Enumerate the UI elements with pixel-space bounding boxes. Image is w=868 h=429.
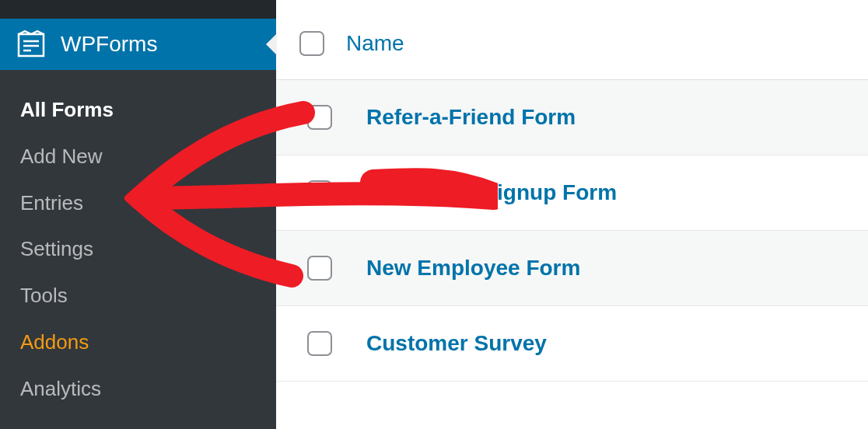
sidebar-item-label: All Forms xyxy=(20,98,114,121)
sidebar-item-label: Add New xyxy=(20,145,103,168)
sidebar-item-label: Analytics xyxy=(20,377,101,400)
sidebar-main-wpforms[interactable]: WPForms xyxy=(0,19,276,70)
sidebar-item-add-new[interactable]: Add New xyxy=(0,134,276,180)
content-area: Name Refer-a-Friend Form Newsletter Sign… xyxy=(276,0,868,429)
sidebar-item-tools[interactable]: Tools xyxy=(0,273,276,319)
sidebar-item-label: Entries xyxy=(20,191,83,214)
row-checkbox[interactable] xyxy=(307,105,332,130)
sidebar-submenu: All Forms Add New Entries Settings Tools… xyxy=(0,70,276,413)
sidebar-item-label: Addons xyxy=(20,330,89,354)
wpforms-icon xyxy=(16,30,47,59)
table-row: Customer Survey xyxy=(276,306,868,382)
sidebar-item-analytics[interactable]: Analytics xyxy=(0,366,276,413)
form-name-link[interactable]: Refer-a-Friend Form xyxy=(366,105,576,130)
sidebar-item-all-forms[interactable]: All Forms xyxy=(0,87,276,134)
row-checkbox[interactable] xyxy=(307,180,332,205)
table-row: Refer-a-Friend Form xyxy=(276,80,868,155)
select-all-checkbox[interactable] xyxy=(299,31,324,56)
sidebar-item-label: Settings xyxy=(20,237,93,260)
table-row: New Employee Form xyxy=(276,231,868,306)
sidebar-top-bar xyxy=(0,0,276,19)
table-header-row: Name xyxy=(276,0,868,80)
form-name-link[interactable]: New Employee Form xyxy=(366,256,580,281)
sidebar-item-entries[interactable]: Entries xyxy=(0,180,276,227)
form-name-link[interactable]: Customer Survey xyxy=(366,331,547,356)
sidebar-item-settings[interactable]: Settings xyxy=(0,226,276,273)
table-row: Newsletter Signup Form xyxy=(276,155,868,231)
sidebar-item-label: Tools xyxy=(20,284,68,307)
row-checkbox[interactable] xyxy=(307,256,332,281)
row-checkbox[interactable] xyxy=(307,331,332,356)
sidebar-item-addons[interactable]: Addons xyxy=(0,319,276,366)
form-name-link[interactable]: Newsletter Signup Form xyxy=(366,180,617,205)
sidebar-main-label: WPForms xyxy=(61,32,157,57)
admin-sidebar: WPForms All Forms Add New Entries Settin… xyxy=(0,0,276,429)
column-header-name[interactable]: Name xyxy=(346,31,404,56)
